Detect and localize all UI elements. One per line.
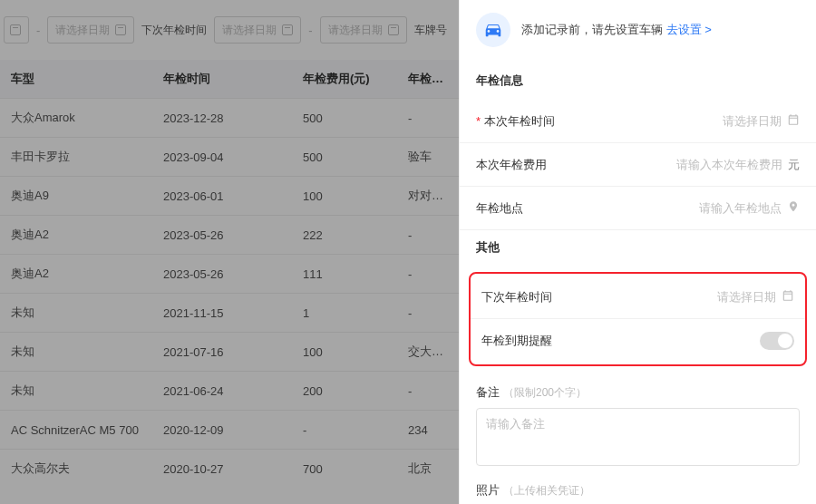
- notice-pre: 添加记录前，请先设置车辆: [521, 23, 663, 36]
- date-input-1b[interactable]: 请选择日期: [47, 16, 134, 44]
- cell-time: 2023-05-26: [152, 228, 292, 242]
- filter-label-plate: 车牌号: [414, 23, 447, 38]
- th-fee: 年检费用(元): [292, 71, 397, 87]
- cell-fee: 700: [292, 462, 397, 476]
- place-label: 年检地点: [476, 200, 523, 217]
- row-next-time: 下次年检时间 请选择日期: [471, 276, 805, 319]
- date-input-2[interactable]: 请选择日期: [214, 16, 301, 44]
- cell-time: 2021-07-16: [152, 345, 292, 359]
- calendar-icon: [10, 24, 21, 35]
- cell-place: -: [397, 267, 459, 281]
- fee-input[interactable]: 请输入本次年检费用 元: [676, 157, 800, 173]
- cell-model: 奥迪A2: [0, 266, 152, 282]
- cell-model: 奥迪A9: [0, 188, 152, 204]
- th-model: 车型: [0, 71, 152, 87]
- cell-place: -: [397, 111, 459, 125]
- highlight-box: 下次年检时间 请选择日期 年检到期提醒: [469, 272, 807, 366]
- side-panel: 添加记录前，请先设置车辆 去设置 > 年检信息 *本次年检时间 请选择日期 本次…: [459, 0, 816, 504]
- cell-time: 2021-06-24: [152, 384, 292, 398]
- cell-model: 大众Amarok: [0, 110, 152, 126]
- cell-time: 2023-05-26: [152, 267, 292, 281]
- cell-place: 234: [397, 423, 459, 437]
- row-this-time: *本次年检时间 请选择日期: [460, 100, 816, 143]
- cell-place: 对对对鲜食火锅: [397, 188, 459, 204]
- cell-fee: 200: [292, 384, 397, 398]
- date-input-3[interactable]: 请选择日期: [320, 16, 407, 44]
- filter-label-next: 下次年检时间: [141, 23, 207, 38]
- remark-heading: 备注（限制200个字）: [460, 372, 816, 408]
- remark-hint: （限制200个字）: [503, 386, 587, 399]
- cell-fee: 1: [292, 306, 397, 320]
- cell-fee: 100: [292, 189, 397, 203]
- cell-fee: 100: [292, 345, 397, 359]
- this-time-input[interactable]: 请选择日期: [723, 113, 800, 130]
- cell-time: 2023-09-04: [152, 150, 292, 164]
- range-dash: -: [308, 24, 312, 37]
- calendar-icon: [782, 289, 794, 305]
- cell-time: 2021-11-15: [152, 306, 292, 320]
- section-other: 其他: [460, 230, 816, 267]
- cell-model: AC SchnitzerAC M5 700: [0, 423, 152, 437]
- reminder-label: 年检到期提醒: [481, 333, 552, 349]
- fee-label: 本次年检费用: [476, 157, 547, 173]
- cell-place: -: [397, 384, 459, 398]
- calendar-icon: [388, 24, 399, 35]
- remark-textarea[interactable]: 请输入备注: [476, 408, 800, 466]
- notice-text: 添加记录前，请先设置车辆 去设置 >: [521, 22, 712, 38]
- pin-icon: [787, 200, 800, 216]
- place-input[interactable]: 请输入年检地点: [699, 200, 800, 217]
- next-time-input[interactable]: 请选择日期: [717, 289, 794, 305]
- cell-fee: 222: [292, 228, 397, 242]
- calendar-icon: [282, 24, 293, 35]
- section-inspection: 年检信息: [460, 63, 816, 100]
- next-time-label: 下次年检时间: [481, 289, 552, 305]
- photo-label: 照片: [476, 483, 500, 497]
- cell-place: -: [397, 306, 459, 320]
- date-input-1-right[interactable]: [4, 16, 29, 44]
- cell-fee: 111: [292, 267, 397, 281]
- row-fee: 本次年检费用 请输入本次年检费用 元: [460, 143, 816, 187]
- remark-label: 备注: [476, 385, 500, 399]
- cell-place: 北京: [397, 460, 459, 477]
- calendar-icon: [787, 113, 800, 129]
- required-star: *: [476, 114, 481, 128]
- photo-heading: 照片（上传相关凭证）: [460, 466, 816, 504]
- calendar-icon: [115, 24, 126, 35]
- this-time-label: 本次年检时间: [484, 113, 555, 130]
- cell-model: 大众高尔夫: [0, 460, 152, 477]
- photo-hint: （上传相关凭证）: [503, 484, 590, 497]
- cell-time: 2020-10-27: [152, 462, 292, 476]
- th-place: 年检地点: [397, 71, 459, 87]
- cell-place: -: [397, 228, 459, 242]
- range-dash: -: [36, 24, 40, 37]
- cell-time: 2020-12-09: [152, 423, 292, 437]
- car-icon: [476, 13, 510, 47]
- row-place: 年检地点 请输入年检地点: [460, 187, 816, 230]
- cell-time: 2023-12-28: [152, 111, 292, 125]
- cell-fee: 500: [292, 150, 397, 164]
- reminder-toggle[interactable]: [760, 332, 794, 350]
- row-reminder: 年检到期提醒: [471, 319, 805, 363]
- cell-model: 未知: [0, 305, 152, 321]
- notice-link[interactable]: 去设置 >: [666, 23, 712, 36]
- cell-model: 未知: [0, 344, 152, 360]
- cell-place: 交大知行大厦: [397, 344, 459, 360]
- cell-fee: -: [292, 423, 397, 437]
- notice-bar: 添加记录前，请先设置车辆 去设置 >: [460, 0, 816, 63]
- cell-model: 奥迪A2: [0, 227, 152, 243]
- cell-model: 丰田卡罗拉: [0, 149, 152, 165]
- th-time: 年检时间: [152, 71, 292, 87]
- cell-model: 未知: [0, 383, 152, 399]
- cell-place: 验车: [397, 149, 459, 165]
- cell-time: 2023-06-01: [152, 189, 292, 203]
- fee-unit: 元: [788, 157, 800, 173]
- cell-fee: 500: [292, 111, 397, 125]
